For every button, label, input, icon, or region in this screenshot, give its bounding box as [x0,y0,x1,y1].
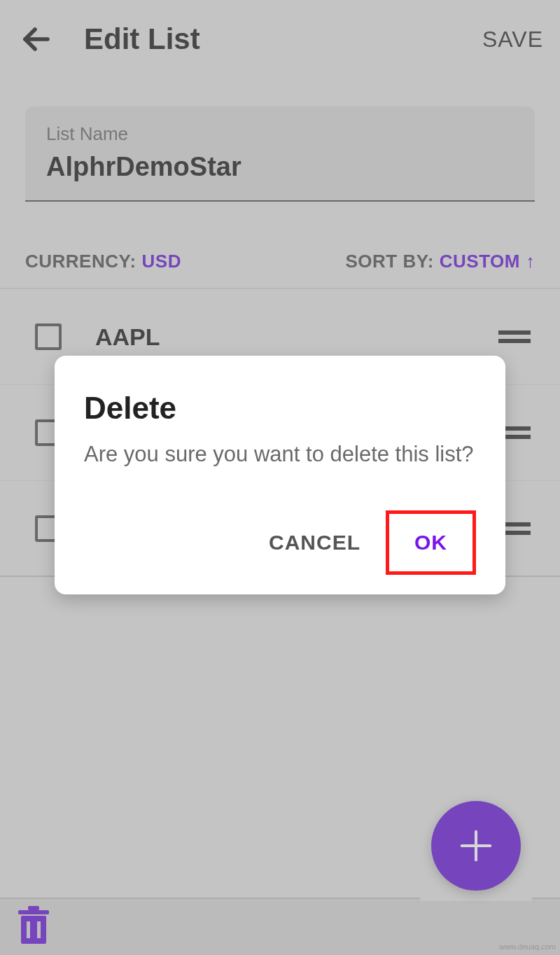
dialog-title: Delete [84,391,476,426]
dialog-actions: CANCEL OK [84,510,476,575]
watermark: www.deuaq.com [499,942,556,951]
dialog-message: Are you sure you want to delete this lis… [84,441,476,468]
cancel-button[interactable]: CANCEL [266,518,363,567]
delete-dialog: Delete Are you sure you want to delete t… [55,356,505,594]
ok-button[interactable]: OK [386,510,476,575]
